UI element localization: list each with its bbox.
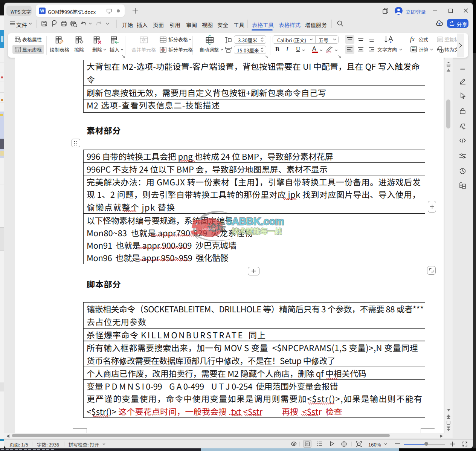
svg-text:论坛: 论坛 — [207, 220, 226, 234]
svg-text:技术赋能每一战: 技术赋能每一战 — [232, 225, 282, 236]
svg-text:- SALUNTAN -: - SALUNTAN - — [200, 228, 216, 230]
